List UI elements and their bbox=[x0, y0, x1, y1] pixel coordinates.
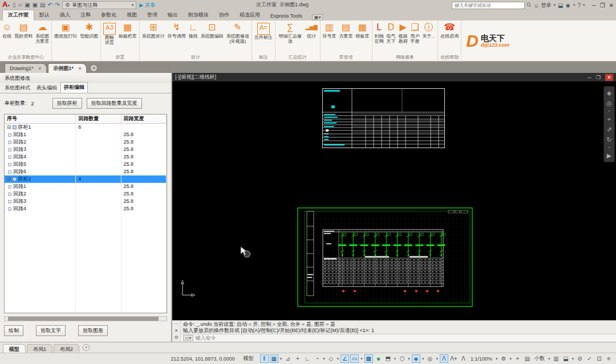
chevron-down-icon[interactable]: ▾ bbox=[509, 357, 512, 361]
annotation-scale-icon[interactable]: Λ bbox=[459, 354, 468, 363]
ribbon-button[interactable]: ✱智能识图 bbox=[79, 21, 99, 39]
ribbon-button[interactable]: ☁系统图 方案库 bbox=[34, 21, 50, 44]
ribbon-button[interactable]: A3图幅 设置 bbox=[102, 21, 116, 46]
units-icon[interactable]: ▤ bbox=[523, 354, 532, 363]
table-row[interactable]: 回路625.8 bbox=[5, 168, 167, 175]
search-input[interactable] bbox=[452, 2, 525, 9]
chevron-down-icon[interactable]: ▾ bbox=[496, 357, 498, 361]
row-name-cell[interactable]: 回路3 bbox=[5, 146, 76, 153]
ribbon-tab-2[interactable]: 插入 bbox=[55, 10, 75, 21]
sign-in-icon[interactable]: ☺ bbox=[533, 2, 539, 9]
isolate-objects-icon[interactable]: ⊘ bbox=[576, 354, 584, 363]
customization-menu-icon[interactable]: ≡ bbox=[605, 354, 613, 363]
save-as-icon[interactable]: ▣ bbox=[33, 1, 38, 9]
ribbon-tab-6[interactable]: 管理 bbox=[142, 10, 163, 21]
clean-screen-icon[interactable]: ⊡ bbox=[595, 354, 603, 363]
row-name-cell[interactable]: 回路2 bbox=[5, 190, 76, 198]
dynamic-ucs-icon[interactable]: ◈ bbox=[412, 354, 420, 363]
ribbon-button[interactable]: ⊡系统图编辑 bbox=[200, 21, 225, 39]
table-row[interactable]: 回路525.8 bbox=[5, 161, 167, 168]
table-row[interactable]: 回路325.8 bbox=[5, 198, 167, 205]
help-icon[interactable]: ? bbox=[577, 2, 581, 9]
ribbon-button[interactable]: ☺在线 bbox=[1, 21, 13, 39]
chevron-down-icon[interactable]: ▾ bbox=[360, 357, 363, 361]
lock-ui-icon[interactable]: ⬓ bbox=[561, 354, 570, 363]
save-icon[interactable]: ▣ bbox=[25, 1, 30, 9]
ribbon-tab-1[interactable]: 默认 bbox=[34, 10, 55, 21]
palette-tab-2[interactable]: 拼柜编辑 bbox=[60, 82, 88, 93]
ribbon-button[interactable]: ▥符号库 bbox=[322, 21, 338, 39]
close-tab-icon[interactable]: ✕ bbox=[78, 66, 82, 71]
view-cube-icon[interactable]: ◈ bbox=[607, 89, 611, 96]
showmotion-icon[interactable]: ▶ bbox=[607, 152, 611, 159]
share-button[interactable]: ▶ 共享 bbox=[139, 2, 155, 9]
chevron-down-icon[interactable]: ▾ bbox=[394, 357, 396, 361]
ribbon-button[interactable]: ⓘ关于... bbox=[422, 21, 437, 39]
ribbon-button[interactable]: A=元件标注 bbox=[253, 21, 274, 40]
layout-tab-1[interactable]: 布局1 bbox=[27, 344, 52, 353]
ribbon-tab-11[interactable]: Express Tools bbox=[265, 12, 307, 21]
graphics-performance-icon[interactable]: ✓ bbox=[585, 354, 594, 363]
workspace-gear-icon[interactable]: ⚙ bbox=[499, 354, 508, 363]
layout-tab-2[interactable]: 布局2 bbox=[54, 344, 79, 353]
table-row[interactable]: 回路425.8 bbox=[5, 205, 167, 212]
restore-button[interactable]: ❐ bbox=[600, 2, 605, 9]
ribbon-button[interactable]: ▤方案库 bbox=[338, 21, 354, 39]
dock-grip[interactable]: ⋯ bbox=[174, 321, 179, 326]
selection-filter-icon[interactable]: ◎ bbox=[425, 354, 434, 363]
row-name-cell[interactable]: 回路5 bbox=[5, 161, 76, 168]
model-space-button[interactable]: 模型 bbox=[241, 354, 257, 363]
snap-icon[interactable]: ‖ bbox=[260, 354, 269, 363]
close-tab-icon[interactable]: ✕ bbox=[38, 66, 42, 71]
zoom-extents-icon[interactable]: ⇗ bbox=[606, 126, 611, 133]
model-space-canvas[interactable]: ◈◎▾+⇗↻▾▶ bbox=[172, 81, 616, 320]
new-file-icon[interactable]: ▯ bbox=[13, 1, 16, 9]
ribbon-button[interactable]: ☎在线咨询 bbox=[439, 21, 460, 39]
ribbon-button[interactable]: ∟接线 bbox=[188, 21, 199, 39]
row-name-cell[interactable]: ⊟拼柜1 bbox=[5, 123, 76, 131]
expand-collapse-icon[interactable]: ⊟ bbox=[7, 176, 11, 182]
scrollbar-thumb[interactable] bbox=[8, 317, 159, 321]
row-name-cell[interactable]: 回路2 bbox=[5, 138, 76, 146]
ribbon-button[interactable]: ▶视频 教程 bbox=[398, 21, 409, 44]
chevron-down-icon[interactable]: ▾ bbox=[548, 357, 550, 361]
annotation-visibility-icon[interactable]: Λ bbox=[440, 354, 448, 363]
ortho-icon[interactable]: ∟ bbox=[303, 354, 311, 363]
ribbon-tab-9[interactable]: 协作 bbox=[214, 10, 234, 21]
dqt-brand-logo[interactable]: D电天下dqt123.com bbox=[461, 21, 514, 61]
command-input-row[interactable]: ▭▾ 键入命令 bbox=[181, 334, 616, 342]
app-logo[interactable]: A▾ bbox=[2, 0, 10, 10]
document-tab-0[interactable]: Drawing1*✕ bbox=[5, 63, 47, 73]
pan-icon[interactable]: + bbox=[607, 116, 611, 122]
new-layout-button[interactable]: + bbox=[83, 344, 90, 351]
ribbon-button[interactable]: ▣图纸批打印 bbox=[53, 21, 78, 39]
drawing-close-button[interactable]: ✕ bbox=[605, 74, 613, 81]
units-value[interactable]: 小数 bbox=[533, 355, 546, 362]
polar-tracking-icon[interactable]: ◔ bbox=[313, 354, 321, 363]
chevron-down-icon[interactable]: ▾ bbox=[572, 357, 574, 361]
table-row[interactable]: 回路225.8 bbox=[5, 138, 167, 146]
chevron-down-icon[interactable]: ▾ bbox=[337, 357, 339, 361]
table-row[interactable]: ⊟拼柜16 bbox=[5, 123, 167, 131]
ribbon-display-toggle[interactable]: ▣▾ bbox=[312, 14, 323, 21]
infer-constraints-icon[interactable]: ⊿ bbox=[283, 354, 292, 363]
undo-icon[interactable]: ↶ bbox=[47, 1, 52, 9]
expand-collapse-icon[interactable]: ⊟ bbox=[7, 124, 11, 130]
table-row[interactable]: ⊟拼柜24 bbox=[5, 175, 167, 183]
community-icon[interactable]: ☻ bbox=[565, 2, 571, 9]
minimize-button[interactable]: ─ bbox=[592, 2, 596, 9]
plot-icon[interactable]: ▤ bbox=[40, 1, 45, 9]
document-tab-1[interactable]: 示例图1*✕ bbox=[48, 63, 87, 73]
plus-icon[interactable]: + bbox=[513, 354, 522, 363]
ribbon-tab-3[interactable]: 注释 bbox=[75, 10, 96, 21]
new-drawing-button[interactable]: + bbox=[90, 64, 98, 72]
ribbon-button[interactable]: ▦标题栏库 bbox=[117, 21, 138, 39]
redo-icon[interactable]: ↷ bbox=[55, 1, 59, 9]
table-row[interactable]: 回路125.8 bbox=[5, 131, 167, 138]
ribbon-tab-0[interactable]: 次工作室 bbox=[2, 10, 34, 21]
search-icon[interactable] bbox=[526, 2, 532, 9]
annotation-scale-value[interactable]: 1:1/100% bbox=[469, 356, 494, 362]
ribbon-button[interactable]: ↯符号调用 bbox=[167, 21, 187, 39]
row-name-cell[interactable]: 回路4 bbox=[5, 205, 76, 212]
drawing-restore-button[interactable]: ❐ bbox=[596, 75, 601, 80]
